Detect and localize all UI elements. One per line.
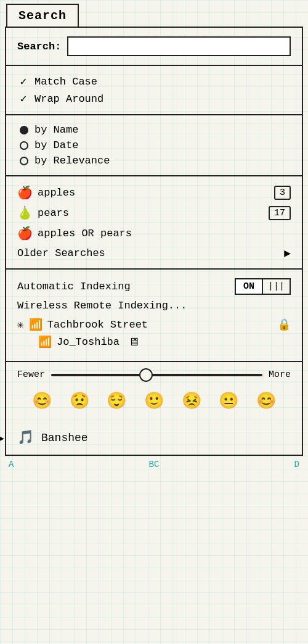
letter-a: A	[9, 460, 14, 469]
tab-title[interactable]: Search	[0, 0, 308, 27]
apples-icon: 🍎	[17, 185, 33, 200]
slider-min-label: Fewer	[17, 369, 45, 380]
search-input[interactable]	[67, 36, 291, 56]
wireless-label: Wireless Remote Indexing...	[17, 300, 187, 312]
spark-icon: ✳️	[17, 318, 24, 331]
radio-by-name	[20, 126, 28, 134]
radio-by-date	[20, 141, 28, 150]
emoji-6[interactable]: 😐	[219, 391, 238, 411]
emoji-row: 😊 😟 😌 🙂 😣 😐 😊	[17, 389, 291, 417]
wireless-row[interactable]: Wireless Remote Indexing...	[17, 300, 291, 312]
emoji-7[interactable]: 😊	[256, 391, 276, 411]
main-panel: Search: ✓ Match Case ✓ Wrap Around by Na…	[5, 27, 303, 456]
slider-track	[51, 374, 262, 376]
apples-label: apples	[38, 187, 75, 199]
match-case-row[interactable]: ✓ Match Case	[17, 75, 291, 88]
network-jo-toshiba[interactable]: 📶 Jo_Toshiba 🖥	[17, 335, 291, 349]
on-button[interactable]: ON	[235, 278, 263, 295]
sort-by-name-label: by Name	[34, 124, 78, 136]
left-arrow-marker: ▶	[0, 431, 4, 445]
tachbrook-label: Tachbrook Street	[47, 319, 148, 331]
slider-row: Fewer More	[17, 369, 291, 380]
pears-icon: 🍐	[17, 205, 33, 221]
match-case-label: Match Case	[34, 76, 97, 88]
pears-badge: 17	[269, 206, 291, 220]
banshee-label: Banshee	[41, 432, 88, 444]
indexing-section: Automatic Indexing ON ||| Wireless Remot…	[6, 270, 302, 362]
banshee-icon: 🎵	[17, 429, 34, 446]
match-case-check: ✓	[17, 75, 30, 88]
sort-by-relevance-row[interactable]: by Relevance	[17, 155, 291, 167]
emoji-1[interactable]: 😊	[32, 391, 52, 411]
sort-by-relevance-label: by Relevance	[34, 155, 110, 167]
wifi-low-icon: 📶	[38, 335, 52, 349]
emoji-4[interactable]: 🙂	[144, 391, 164, 411]
auto-indexing-label: Automatic Indexing	[17, 281, 131, 292]
slider-section: Fewer More 😊 😟 😌 🙂 😣 😐 😊	[6, 362, 302, 421]
emoji-5[interactable]: 😣	[182, 391, 201, 411]
options-section: ✓ Match Case ✓ Wrap Around	[6, 66, 302, 115]
lock-icon: 🔒	[277, 318, 291, 331]
older-searches-row[interactable]: Older Searches ▶	[17, 246, 291, 260]
sort-by-date-label: by Date	[34, 139, 78, 151]
radio-by-relevance	[20, 157, 28, 165]
device-icon: 🖥	[128, 336, 139, 349]
search-label: Search:	[17, 41, 61, 52]
apples-or-pears-label: apples OR pears	[38, 228, 132, 239]
wrap-around-label: Wrap Around	[34, 93, 103, 105]
result-apples-or-pears[interactable]: 🍎 apples OR pears	[17, 226, 291, 241]
jo-toshiba-label: Jo_Toshiba	[57, 336, 120, 348]
slider-thumb[interactable]	[139, 368, 153, 382]
indexing-settings-button[interactable]: |||	[263, 278, 291, 295]
apples-badge: 3	[274, 186, 291, 200]
recent-searches-section: 🍎 apples 3 🍐 pears 17 🍎 apples OR pears	[6, 176, 302, 270]
wrap-around-row[interactable]: ✓ Wrap Around	[17, 92, 291, 105]
wifi-high-icon: 📶	[29, 318, 43, 331]
sort-by-date-row[interactable]: by Date	[17, 139, 291, 151]
search-section: Search:	[6, 28, 302, 66]
wrap-around-check: ✓	[17, 92, 30, 105]
sort-section: by Name by Date by Relevance	[6, 115, 302, 176]
on-btn-group: ON |||	[235, 278, 291, 295]
letter-d: D	[294, 460, 299, 469]
older-searches-arrow: ▶	[284, 246, 291, 260]
emoji-3[interactable]: 😌	[107, 391, 126, 411]
older-searches-label: Older Searches	[17, 247, 105, 259]
emoji-2[interactable]: 😟	[70, 391, 89, 411]
slider-max-label: More	[269, 369, 291, 380]
banshee-section[interactable]: ▶ 🎵 Banshee	[6, 421, 302, 455]
network-tachbrook[interactable]: ✳️ 📶 Tachbrook Street 🔒	[17, 318, 291, 331]
result-apples[interactable]: 🍎 apples 3	[17, 185, 291, 200]
result-pears[interactable]: 🍐 pears 17	[17, 205, 291, 221]
pears-label: pears	[38, 207, 69, 219]
bottom-letters: A BC D	[0, 456, 308, 473]
sort-by-name-row[interactable]: by Name	[17, 124, 291, 136]
letter-bc: BC	[149, 460, 160, 469]
auto-indexing-row: Automatic Indexing ON |||	[17, 278, 291, 295]
apples-or-pears-icon: 🍎	[17, 226, 33, 241]
